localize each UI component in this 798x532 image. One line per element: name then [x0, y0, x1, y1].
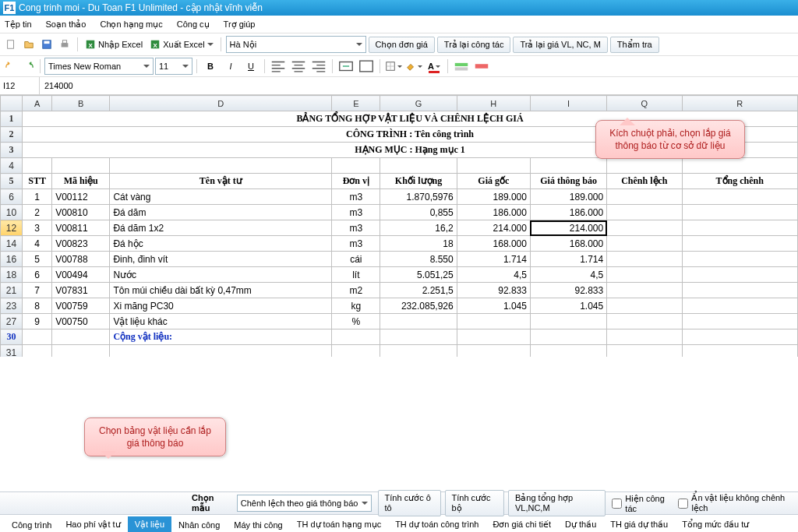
menu-item[interactable]: Công cụ [177, 19, 210, 30]
menu-item[interactable]: Chọn hạng mục [100, 19, 162, 30]
table-row[interactable]: 61V00112Cát vàngm31.870,5976189.000189.0… [1, 189, 798, 205]
window-title: Cong trinh moi - Du Toan F1 Unlimited - … [19, 2, 263, 13]
align-left-icon[interactable] [269, 58, 288, 75]
font-color-icon[interactable]: A [425, 58, 443, 75]
template-combo[interactable]: Chênh lệch theo giá thông báo [237, 495, 372, 512]
borders-icon[interactable] [384, 58, 403, 75]
italic-icon[interactable]: I [221, 58, 240, 75]
align-center-icon[interactable] [289, 58, 308, 75]
column-header[interactable]: G [380, 96, 457, 111]
sheet-tab[interactable]: Nhân công [171, 517, 227, 532]
row-header[interactable]: 1 [1, 111, 23, 127]
fill-color-icon[interactable] [404, 58, 423, 75]
wrap-icon[interactable] [357, 58, 376, 75]
sheet-tabs: Công trìnhHao phí vật tưVật liệuNhân côn… [0, 515, 798, 532]
export-excel-label: Xuất Excel [163, 40, 204, 50]
menu-item[interactable]: Soạn thảo [46, 19, 87, 30]
font-combo[interactable]: Times New Roman [44, 58, 154, 75]
svg-rect-10 [360, 61, 373, 72]
row-header[interactable]: 2 [1, 127, 23, 143]
column-header[interactable]: D [110, 96, 332, 111]
sheet-tab[interactable]: Vật liệu [128, 516, 171, 532]
option-button[interactable]: Bảng tổng hợp VL,NC,M [508, 490, 606, 516]
option-button[interactable]: Tính cước ô tô [378, 490, 441, 516]
column-header[interactable]: B [52, 96, 110, 111]
svg-text:X: X [88, 42, 93, 49]
row-header[interactable]: 10 [1, 205, 23, 220]
option-button[interactable]: Tính cước bộ [445, 490, 504, 516]
sheet-tab[interactable]: Tổng mức đầu tư [675, 516, 756, 532]
row-header[interactable]: 12 [1, 220, 23, 236]
action-button[interactable]: Chọn đơn giá [369, 37, 435, 53]
sheet-tab[interactable]: Máy thi công [227, 517, 289, 532]
row-header[interactable]: 5 [1, 174, 23, 189]
sheet-tab[interactable]: Dự thầu [558, 516, 603, 532]
column-header[interactable] [1, 96, 23, 111]
column-header[interactable]: Q [607, 96, 682, 111]
print-icon[interactable] [57, 37, 72, 52]
sheet-tab[interactable]: TH dự toán hạng mục [290, 516, 388, 532]
action-button[interactable]: Trả lại công tác [437, 37, 511, 53]
region-value: Hà Nội [230, 40, 257, 50]
new-icon[interactable] [3, 37, 19, 52]
row-header[interactable]: 16 [1, 252, 23, 267]
title-bar: F1 Cong trinh moi - Du Toan F1 Unlimited… [0, 0, 798, 16]
row-header[interactable]: 6 [1, 189, 23, 205]
save-icon[interactable] [39, 37, 55, 52]
svg-rect-14 [475, 64, 489, 69]
underline-icon[interactable]: U [242, 58, 260, 75]
align-right-icon[interactable] [309, 58, 328, 75]
spreadsheet-grid[interactable]: ABDEGHIQR1BẢNG TỔNG HỢP VẬT LIỆU VÀ CHÊN… [0, 95, 798, 358]
import-excel-button[interactable]: X Nhập Excel [83, 39, 145, 50]
row-header[interactable]: 27 [1, 314, 23, 329]
table-row[interactable]: 165V00788Đinh, đinh vítcái8.5501.7141.71… [1, 252, 798, 267]
delete-row-icon[interactable] [472, 58, 491, 75]
table-row[interactable]: 102V00810Đá dămm30,855186.000186.000 [1, 205, 798, 220]
table-row[interactable]: 238V00759Xi măng PC30kg232.085,9261.0451… [1, 298, 798, 314]
action-button[interactable]: Thẩm tra [610, 37, 659, 53]
tooltip-bottom: Chọn bảng vật liệu cần lắp giá thông báo [84, 417, 226, 456]
row-header[interactable]: 14 [1, 236, 23, 252]
sheet-tab[interactable]: TH giá dự thầu [603, 516, 675, 532]
row-header[interactable]: 4 [1, 158, 23, 174]
row-header[interactable]: 3 [1, 143, 23, 158]
menu-item[interactable]: Tệp tin [5, 19, 32, 30]
column-header[interactable]: R [682, 96, 798, 111]
table-row[interactable]: 217V07831Tôn múi chiều dài bất kỳ 0,47mm… [1, 283, 798, 298]
column-header[interactable]: E [332, 96, 380, 111]
toolbar-format: Times New Roman 11 B I U A [0, 56, 798, 77]
column-header[interactable]: A [23, 96, 52, 111]
show-tasks-checkbox[interactable]: Hiện công tác [612, 494, 672, 513]
export-excel-button[interactable]: X Xuất Excel [147, 39, 215, 50]
region-combo[interactable]: Hà Nội [226, 36, 366, 53]
redo-icon[interactable] [20, 58, 36, 74]
bold-icon[interactable]: B [201, 58, 220, 75]
row-header[interactable]: 30 [1, 329, 23, 345]
menu-item[interactable]: Trợ giúp [224, 19, 256, 30]
row-header[interactable]: 21 [1, 283, 23, 298]
insert-row-icon[interactable] [452, 58, 471, 75]
table-row[interactable]: 123V00811Đá dăm 1x2m316,2214.000214.000 [1, 220, 798, 236]
fontsize-combo[interactable]: 11 [155, 58, 192, 75]
sheet-tab[interactable]: TH dự toán công trình [388, 516, 486, 532]
import-excel-label: Nhập Excel [98, 40, 143, 50]
table-row[interactable]: 279V00750Vật liệu khác% [1, 314, 798, 329]
table-row[interactable]: 186V00494Nướclít5.051,254,54,5 [1, 267, 798, 283]
column-header[interactable]: H [457, 96, 530, 111]
undo-icon[interactable] [3, 58, 19, 74]
formula-input[interactable]: 214000 [40, 81, 798, 90]
table-row[interactable]: 144V00823Đá hộcm318168.000168.000 [1, 236, 798, 252]
sheet-tab[interactable]: Hao phí vật tư [58, 516, 127, 532]
open-icon[interactable] [21, 37, 37, 52]
column-header[interactable]: I [530, 96, 606, 111]
tooltip-right: Kích chuột phải, chọn lắp giá thông báo … [595, 120, 745, 159]
row-header[interactable]: 18 [1, 267, 23, 283]
svg-rect-4 [62, 41, 66, 44]
row-header[interactable]: 23 [1, 298, 23, 314]
sheet-tab[interactable]: Công trình [5, 517, 58, 532]
cell-reference[interactable]: I12 [0, 77, 40, 94]
merge-icon[interactable] [337, 58, 355, 75]
hide-nodiff-checkbox[interactable]: Ẩn vật liệu không chênh lệch [678, 493, 792, 513]
action-button[interactable]: Trả lại giá VL, NC, M [513, 37, 607, 53]
sheet-tab[interactable]: Đơn giá chi tiết [486, 516, 558, 532]
